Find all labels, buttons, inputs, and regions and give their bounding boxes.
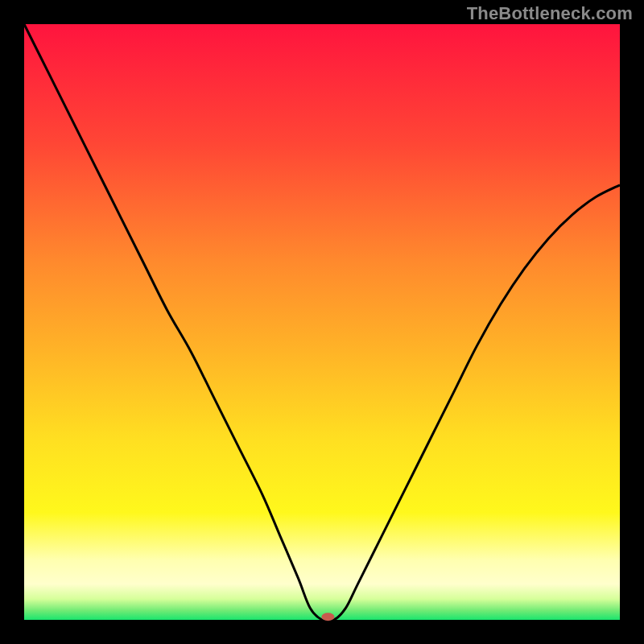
attribution-watermark: TheBottleneck.com	[467, 3, 633, 24]
optimal-point-marker	[321, 613, 334, 621]
plot-background	[24, 24, 620, 620]
bottleneck-chart	[0, 0, 644, 644]
chart-container: { "attribution": "TheBottleneck.com", "c…	[0, 0, 644, 644]
